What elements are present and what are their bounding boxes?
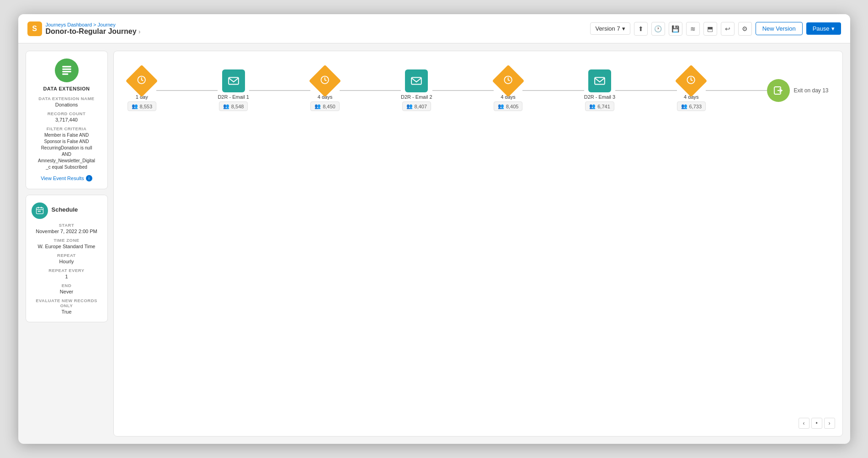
connector xyxy=(249,90,310,91)
node-label: D2R - Email 2 xyxy=(401,94,432,100)
clock-icon xyxy=(320,75,330,87)
header: S Journeys Dashboard > Journey Donor-to-… xyxy=(18,14,850,43)
node-d2r-email2[interactable]: D2R - Email 2 👥 8,407 xyxy=(401,69,432,111)
pause-button[interactable]: Pause ▾ xyxy=(806,22,841,35)
header-left: S Journeys Dashboard > Journey Donor-to-… xyxy=(27,21,141,36)
clock-icon xyxy=(137,75,147,87)
data-extension-icon-wrapper xyxy=(32,59,102,82)
svg-rect-15 xyxy=(595,77,605,84)
people-icon: 👥 xyxy=(498,103,504,109)
node-count: 👥 6,741 xyxy=(585,101,614,111)
version-selector[interactable]: Version 7 ▾ xyxy=(590,22,630,35)
repeat-label: REPEAT xyxy=(32,253,102,258)
breadcrumb-parent-link[interactable]: Journeys Dashboard xyxy=(46,22,92,27)
node-4days-2[interactable]: 4 days 👥 8,405 xyxy=(494,69,523,111)
people-icon: 👥 xyxy=(406,103,413,109)
page-title-row: Donor-to-Regular Journey › xyxy=(46,27,141,36)
node-4days-1[interactable]: 4 days 👥 8,450 xyxy=(310,69,340,111)
evaluate-value: True xyxy=(32,309,102,314)
people-icon: 👥 xyxy=(589,103,596,109)
count-value: 8,553 xyxy=(140,104,153,109)
count-value: 6,741 xyxy=(597,104,610,109)
svg-rect-13 xyxy=(411,77,421,84)
de-filter-value: Member is False ANDSponsor is False ANDR… xyxy=(32,132,102,170)
node-label: D2R - Email 3 xyxy=(584,94,615,100)
settings-icon-btn[interactable]: ⚙ xyxy=(738,22,752,36)
breadcrumb-child: Journey xyxy=(98,22,116,27)
export-icon-btn[interactable]: ⬒ xyxy=(703,22,717,36)
svg-rect-11 xyxy=(229,77,239,84)
breadcrumb: Journeys Dashboard > Journey Donor-to-Re… xyxy=(46,22,141,36)
journey-flow: 1 day 👥 8,553 D2R - Email 1 xyxy=(114,51,842,129)
node-count: 👥 6,733 xyxy=(677,101,706,111)
schedule-icon xyxy=(32,202,48,219)
connector xyxy=(432,90,494,91)
new-version-button[interactable]: New Version xyxy=(756,22,803,35)
pause-label: Pause xyxy=(813,25,830,32)
schedule-card: Schedule START November 7, 2022 2:00 PM … xyxy=(26,195,108,322)
end-value: Never xyxy=(32,289,102,294)
prev-page-button[interactable]: ‹ xyxy=(799,418,809,429)
people-icon: 👥 xyxy=(681,103,687,109)
svg-rect-9 xyxy=(39,211,41,212)
count-value: 8,450 xyxy=(323,104,335,109)
connector xyxy=(156,90,218,91)
wait-diamond-icon xyxy=(492,65,524,97)
end-label: END xyxy=(32,283,102,288)
people-icon: 👥 xyxy=(223,103,229,109)
wait-diamond-icon xyxy=(675,65,708,97)
count-value: 8,407 xyxy=(415,104,427,109)
repeat-every-label: REPEAT EVERY xyxy=(32,268,102,273)
node-4days-3[interactable]: 4 days 👥 6,733 xyxy=(677,69,706,111)
wait-diamond-icon xyxy=(309,65,341,97)
pagination: ‹ • › xyxy=(799,418,835,429)
repeat-value: Hourly xyxy=(32,259,102,264)
node-1-day-wait[interactable]: 1 day 👥 8,553 xyxy=(128,69,157,111)
data-extension-card: DATA EXTENSION DATA EXTENSION NAME Donat… xyxy=(26,51,108,189)
save-icon-btn[interactable]: 💾 xyxy=(669,22,682,36)
version-label: Version 7 xyxy=(595,25,620,32)
people-icon: 👥 xyxy=(132,103,138,109)
exit-label: Exit on day 13 xyxy=(793,87,828,94)
timezone-label: TIME ZONE xyxy=(32,238,102,243)
main-content: DATA EXTENSION DATA EXTENSION NAME Donat… xyxy=(18,43,850,444)
svg-rect-1 xyxy=(62,69,71,70)
start-value: November 7, 2022 2:00 PM xyxy=(32,229,102,234)
view-event-results-text: View Event Results xyxy=(41,176,84,181)
node-count: 👥 8,405 xyxy=(494,101,523,111)
connector xyxy=(522,90,584,91)
view-event-results-link[interactable]: View Event Results i xyxy=(32,175,102,181)
svg-rect-8 xyxy=(37,211,39,212)
network-icon-btn[interactable]: ≋ xyxy=(686,22,700,36)
node-d2r-email1[interactable]: D2R - Email 1 👥 8,548 xyxy=(218,69,249,111)
svg-rect-2 xyxy=(62,71,71,72)
start-label: START xyxy=(32,223,102,228)
header-right: Version 7 ▾ ⬆ 🕐 💾 ≋ ⬒ ↩ ⚙ New Version Pa… xyxy=(590,22,841,36)
journey-canvas: 1 day 👥 8,553 D2R - Email 1 xyxy=(113,51,843,437)
people-icon: 👥 xyxy=(314,103,321,109)
current-page-indicator: • xyxy=(811,418,822,429)
import-icon-btn[interactable]: ⬆ xyxy=(634,22,648,36)
de-filter-label: FILTER CRITERIA xyxy=(32,126,102,131)
connector xyxy=(706,90,767,91)
email-node-icon xyxy=(588,69,611,92)
history-icon-btn[interactable]: 🕐 xyxy=(651,22,665,36)
count-value: 8,548 xyxy=(231,104,244,109)
undo-icon-btn[interactable]: ↩ xyxy=(721,22,735,36)
node-exit[interactable]: Exit on day 13 xyxy=(767,79,828,102)
schedule-title: Schedule xyxy=(52,206,78,213)
pause-dropdown-icon: ▾ xyxy=(831,25,835,32)
connector xyxy=(615,90,676,91)
sidebar: DATA EXTENSION DATA EXTENSION NAME Donat… xyxy=(26,51,108,437)
chevron-icon: › xyxy=(138,28,141,35)
breadcrumb-sep: > xyxy=(93,22,97,27)
de-record-value: 3,717,440 xyxy=(32,117,102,122)
dropdown-arrow-icon: ▾ xyxy=(622,25,625,32)
exit-node-icon xyxy=(767,79,790,102)
node-d2r-email3[interactable]: D2R - Email 3 👥 6,741 xyxy=(584,69,615,111)
node-count: 👥 8,407 xyxy=(402,101,431,111)
count-value: 8,405 xyxy=(506,104,519,109)
next-page-button[interactable]: › xyxy=(824,418,835,429)
email-node-icon xyxy=(405,69,428,92)
evaluate-label: EVALUATE NEW RECORDS ONLY xyxy=(32,298,102,308)
